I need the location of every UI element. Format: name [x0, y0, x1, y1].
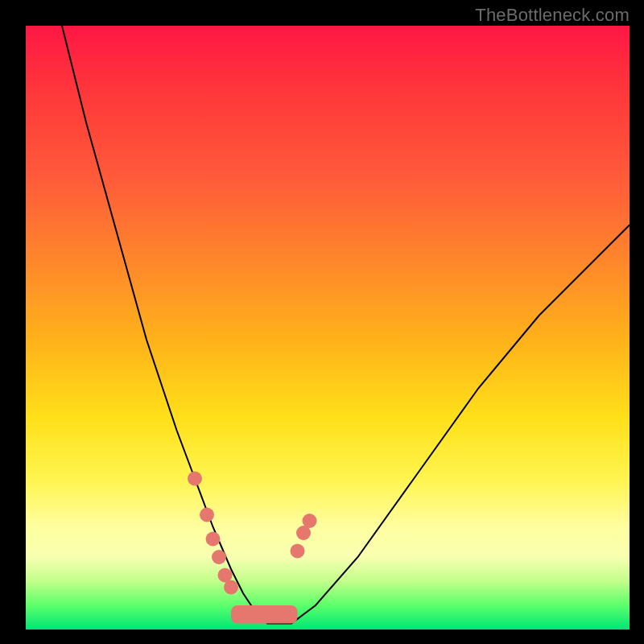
- watermark-text: TheBottleneck.com: [475, 5, 630, 26]
- highlight-dot: [188, 472, 202, 486]
- highlight-dot: [303, 514, 317, 528]
- highlight-dot: [206, 532, 221, 547]
- chart-area: [26, 26, 630, 630]
- highlight-dot: [224, 580, 238, 595]
- highlight-dot: [291, 544, 305, 559]
- highlight-dot: [212, 550, 226, 564]
- highlight-dots: [26, 26, 630, 630]
- highlight-dot: [200, 508, 214, 522]
- highlight-bottom-band: [231, 605, 298, 624]
